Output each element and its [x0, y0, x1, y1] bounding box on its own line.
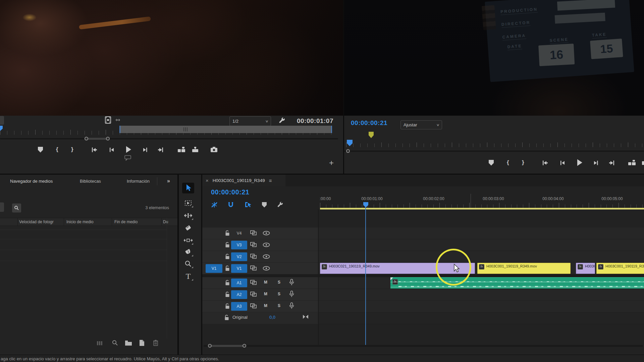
- track-lane-v3[interactable]: [318, 239, 644, 251]
- mic-icon[interactable]: [289, 302, 294, 310]
- timeline-timecode[interactable]: 00:00:00:21: [211, 188, 249, 196]
- mark-out-icon[interactable]: }: [71, 146, 73, 153]
- mark-in-icon[interactable]: {: [507, 159, 509, 166]
- tool-pen[interactable]: [182, 247, 194, 257]
- settings-wrench-icon[interactable]: [278, 117, 286, 124]
- new-item-icon[interactable]: [139, 340, 145, 346]
- tab-bibliotecas[interactable]: Bibliotecas: [80, 179, 101, 184]
- tool-type[interactable]: T: [182, 271, 194, 281]
- program-scrollbar-knob[interactable]: [346, 149, 350, 153]
- column-velocidad[interactable]: Velocidad de fotogr: [19, 220, 63, 224]
- find-button[interactable]: [12, 203, 21, 213]
- partial-button[interactable]: [0, 116, 4, 125]
- list-view-icon[interactable]: [97, 341, 103, 346]
- trash-icon[interactable]: [153, 340, 158, 346]
- settings-wrench-icon[interactable]: [277, 201, 284, 208]
- track-lane-v4[interactable]: [318, 228, 644, 239]
- tab-informacion[interactable]: Información: [127, 179, 150, 184]
- timeline-scrollbar-left-knob[interactable]: [208, 344, 212, 348]
- lock-icon[interactable]: [225, 292, 230, 297]
- track-button-v3[interactable]: V3: [231, 241, 247, 249]
- program-zoom-select[interactable]: Ajustar ∨: [400, 120, 442, 129]
- sync-lock-icon[interactable]: [250, 280, 257, 285]
- go-to-out-icon[interactable]: [608, 160, 615, 166]
- solo-button-a1[interactable]: S: [278, 280, 280, 285]
- linked-selection-icon[interactable]: [245, 201, 252, 208]
- marker-icon[interactable]: [489, 160, 494, 166]
- eye-icon[interactable]: [263, 266, 270, 270]
- button-editor-add-button[interactable]: +: [327, 159, 335, 167]
- export-frame-icon[interactable]: [628, 159, 636, 166]
- mute-button-a3[interactable]: M: [264, 303, 267, 308]
- mic-icon[interactable]: [289, 279, 294, 286]
- fader-bowtie-icon[interactable]: [302, 314, 309, 319]
- av-divider[interactable]: [202, 274, 644, 277]
- go-to-in-icon[interactable]: [541, 160, 549, 166]
- clip-a1-audio[interactable]: fx: [390, 277, 644, 289]
- mute-button-a2[interactable]: M: [264, 292, 267, 296]
- lock-icon[interactable]: [225, 242, 230, 248]
- tool-slip[interactable]: [182, 235, 194, 245]
- solo-button-a3[interactable]: S: [278, 303, 280, 308]
- mark-out-icon[interactable]: }: [522, 159, 524, 166]
- sync-lock-icon[interactable]: [250, 242, 257, 247]
- clipped-transport-icon[interactable]: [641, 159, 644, 166]
- sync-lock-icon[interactable]: [250, 292, 257, 297]
- step-forward-icon[interactable]: [593, 160, 599, 166]
- source-zoom-select[interactable]: 1/2 ∨: [229, 116, 271, 126]
- clip-v1-4[interactable]: fx H003C001_190119_R349.mov: [596, 263, 644, 274]
- lock-icon[interactable]: [225, 254, 230, 259]
- search-icon[interactable]: [112, 340, 118, 346]
- go-to-out-icon[interactable]: [157, 147, 164, 153]
- eye-icon[interactable]: [263, 243, 270, 247]
- marker-icon[interactable]: [38, 147, 43, 153]
- play-icon[interactable]: [576, 159, 583, 167]
- nest-toggle-icon[interactable]: [211, 201, 218, 208]
- lock-icon[interactable]: [225, 280, 230, 286]
- sync-lock-icon[interactable]: [250, 230, 257, 235]
- source-scrollbar-left-knob[interactable]: [85, 137, 88, 140]
- overwrite-icon[interactable]: [191, 146, 199, 153]
- lock-icon[interactable]: [225, 303, 230, 309]
- eye-icon[interactable]: [263, 254, 270, 259]
- drag-video-icon[interactable]: [104, 116, 112, 124]
- track-button-v2[interactable]: V2: [231, 252, 247, 261]
- source-scrollbar-track[interactable]: [0, 138, 338, 139]
- track-lane-master[interactable]: [318, 312, 644, 324]
- snap-magnet-icon[interactable]: [228, 201, 234, 208]
- column-fin[interactable]: Fin de medio: [114, 220, 138, 224]
- timeline-scrollbar-segment[interactable]: [210, 345, 245, 347]
- track-lane-a2[interactable]: [318, 289, 644, 301]
- sync-lock-icon[interactable]: [250, 254, 257, 259]
- close-icon[interactable]: ×: [206, 178, 209, 183]
- clip-v1-3[interactable]: fx H003C001_190119_R349.mov: [576, 263, 595, 274]
- export-frame-icon[interactable]: [210, 146, 218, 153]
- timeline-scrollbar-track[interactable]: [204, 345, 643, 347]
- solo-button-a2[interactable]: S: [278, 292, 280, 296]
- timeline-ruler[interactable]: :00:00 00:00:01:00 00:00:02:00 00:00:03:…: [318, 194, 644, 209]
- eye-icon[interactable]: [263, 231, 270, 235]
- source-patch-v1[interactable]: V1: [206, 264, 222, 273]
- mute-button-a1[interactable]: M: [264, 280, 267, 285]
- drag-audio-icon[interactable]: [115, 117, 121, 123]
- panel-menu-icon[interactable]: ≡: [269, 178, 272, 183]
- tool-zoom[interactable]: [182, 259, 194, 269]
- track-button-a2[interactable]: A2: [231, 290, 247, 299]
- in-out-grip[interactable]: [183, 127, 187, 131]
- master-track-value[interactable]: 0,0: [269, 315, 275, 320]
- insert-icon[interactable]: [177, 146, 186, 153]
- tool-selection[interactable]: [182, 183, 194, 193]
- lock-icon[interactable]: [225, 230, 230, 236]
- track-lane-v2[interactable]: [318, 251, 644, 263]
- source-scrollbar-segment[interactable]: [87, 138, 108, 140]
- column-duracion[interactable]: Du: [163, 220, 168, 224]
- work-area-bar[interactable]: [320, 208, 644, 209]
- sync-lock-icon[interactable]: [250, 303, 257, 308]
- program-scrollbar-track[interactable]: [344, 150, 644, 152]
- sequence-marker[interactable]: [369, 132, 374, 138]
- mic-icon[interactable]: [289, 291, 294, 298]
- clip-v1-2[interactable]: fx H003C001_190119_R349.mov: [477, 263, 571, 274]
- tool-ripple-edit[interactable]: [182, 210, 194, 221]
- sequence-tab-title[interactable]: H003C001_190119_R349: [213, 178, 265, 183]
- lock-icon[interactable]: [225, 265, 230, 271]
